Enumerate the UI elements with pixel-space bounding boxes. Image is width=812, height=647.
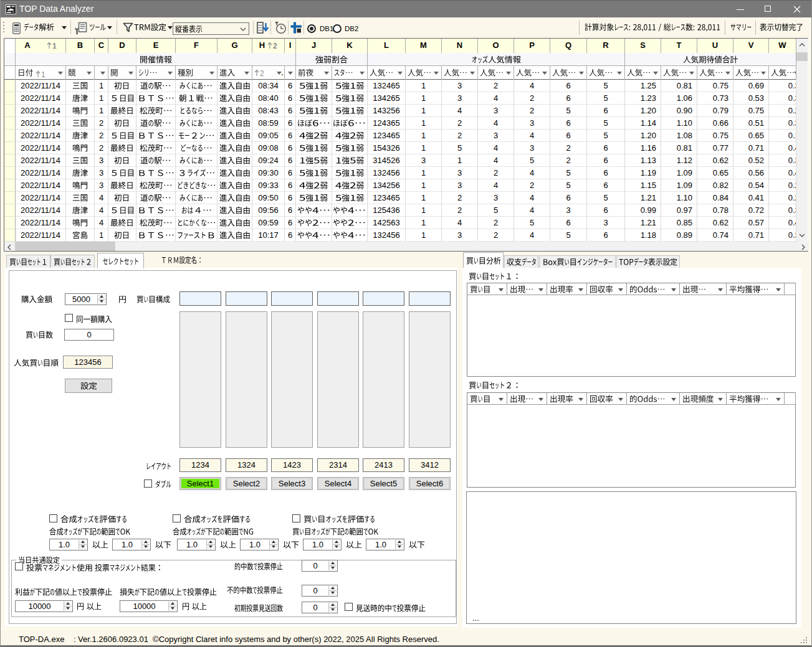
svg-text:1: 1 [41,70,45,78]
svg-text:2: 2 [273,42,277,49]
svg-text:2: 2 [260,69,264,77]
svg-text:1: 1 [52,42,57,49]
